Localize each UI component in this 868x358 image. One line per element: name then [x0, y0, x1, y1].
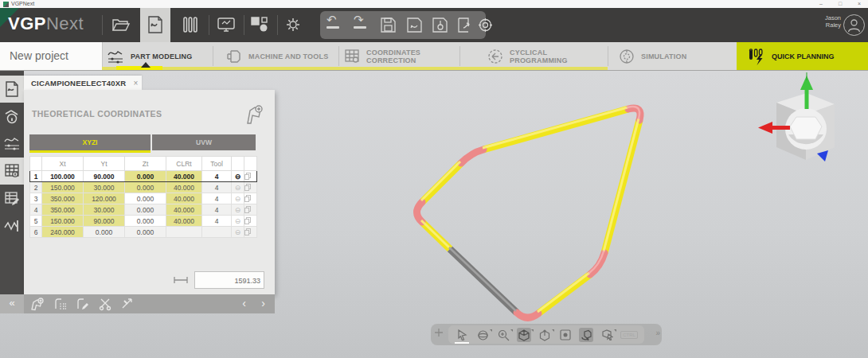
cell-y[interactable]: 0.000 [84, 227, 125, 238]
total-length-field[interactable] [194, 271, 264, 289]
remove-row-icon[interactable]: ⊖ [232, 227, 244, 238]
library-icon[interactable] [182, 16, 199, 33]
maximize-button[interactable]: □ [831, 0, 849, 8]
user-avatar[interactable] [843, 14, 865, 36]
add-part-icon[interactable] [30, 298, 44, 311]
tab-uvw[interactable]: UVW [152, 134, 256, 150]
tab-quick-planning[interactable]: QUICK PLANNING [737, 42, 868, 70]
redo-icon[interactable]: ↷ [354, 14, 366, 29]
minimize-button[interactable]: – [812, 0, 830, 8]
cell-tool[interactable]: 4 [202, 171, 232, 182]
settings-gear-icon[interactable] [283, 16, 303, 35]
total-length-input[interactable] [195, 273, 262, 289]
sidebar-item-coordinates-table[interactable] [0, 158, 24, 185]
axis-x-arrow[interactable] [771, 126, 790, 130]
table-row[interactable]: 1 100.000 90.000 0.000 40.000 4 ⊖ [30, 171, 257, 182]
part-edit-icon[interactable] [76, 298, 90, 311]
sidebar-item-wire-parameters[interactable] [0, 130, 24, 158]
cell-z[interactable]: 0.000 [125, 193, 166, 204]
save-icon[interactable] [381, 18, 396, 33]
cell-y[interactable]: 90.000 [84, 216, 125, 227]
cell-x[interactable]: 240.000 [42, 227, 84, 238]
cell-z[interactable]: 0.000 [125, 216, 166, 227]
cell-z[interactable]: 0.000 [125, 171, 166, 182]
cell-tool[interactable]: 4 [202, 182, 232, 193]
cell-z[interactable]: 0.000 [125, 182, 166, 193]
cell-y[interactable]: 30.000 [84, 204, 125, 216]
duplicate-row-icon[interactable] [244, 204, 257, 216]
part-list-icon[interactable] [54, 298, 68, 311]
cell-z[interactable]: 0.000 [125, 204, 166, 216]
pick-point-icon[interactable] [600, 328, 614, 342]
add-bend-icon[interactable] [244, 104, 264, 125]
rotate-part-icon[interactable] [579, 328, 593, 342]
remove-row-icon[interactable]: ⊖ [232, 171, 244, 182]
close-window-button[interactable]: × [850, 0, 868, 8]
cell-clr[interactable]: 40.000 [166, 171, 202, 182]
cell-clr[interactable]: 40.000 [166, 182, 202, 193]
sidebar-item-table-edit[interactable] [0, 185, 24, 212]
remove-row-icon[interactable]: ⊖ [232, 204, 244, 216]
project-name-block[interactable]: New project [0, 42, 103, 70]
axonometric-view-icon[interactable] [538, 328, 552, 342]
collapse-panel-button[interactable]: « [0, 294, 24, 313]
sidebar-item-wire-measure[interactable] [0, 212, 24, 239]
duplicate-row-icon[interactable] [244, 171, 257, 182]
cell-tool[interactable]: 4 [202, 204, 232, 216]
table-row[interactable]: 5 150.000 90.000 0.000 40.000 4 ⊖ [30, 216, 257, 227]
table-row[interactable]: 3 350.000 120.000 0.000 40.000 4 ⊖ [30, 193, 257, 204]
table-row[interactable]: 2 150.000 30.000 0.000 40.000 4 ⊖ [30, 182, 257, 193]
tab-machine-and-tools[interactable]: MACHINE AND TOOLS [226, 42, 328, 70]
undo-icon[interactable]: ↶ [326, 14, 339, 29]
cell-y[interactable]: 30.000 [84, 182, 125, 193]
active-tool-tab-part-file[interactable] [140, 8, 170, 42]
shapes-icon[interactable] [250, 16, 269, 33]
cell-z[interactable]: 0.000 [125, 227, 166, 238]
remove-row-icon[interactable]: ⊖ [232, 182, 244, 193]
save-as-icon[interactable] [432, 18, 448, 33]
save-part-icon[interactable] [407, 18, 422, 33]
trim-part-icon[interactable] [121, 298, 135, 311]
remove-row-icon[interactable]: ⊖ [232, 193, 244, 204]
cell-tool[interactable]: 4 [202, 193, 232, 204]
select-tool-icon[interactable] [455, 328, 469, 342]
duplicate-row-icon[interactable] [244, 216, 257, 227]
zoom-tool-icon[interactable] [496, 328, 510, 342]
tab-cyclical-programming[interactable]: CYCLICALPROGRAMMING [487, 42, 568, 70]
tab-xyzi[interactable]: XYZI [29, 134, 151, 150]
duplicate-row-icon[interactable] [244, 227, 257, 238]
remove-row-icon[interactable]: ⊖ [232, 216, 244, 227]
display-icon[interactable] [217, 16, 236, 33]
cut-part-icon[interactable] [99, 298, 112, 311]
sidebar-item-tube-info[interactable] [0, 103, 24, 130]
cell-tool[interactable] [202, 227, 232, 238]
cell-x[interactable]: 150.000 [42, 182, 84, 193]
cell-x[interactable]: 350.000 [42, 193, 84, 204]
cell-clr[interactable]: 40.000 [166, 193, 202, 204]
cell-clr[interactable]: 40.000 [166, 204, 202, 216]
tab-coordinates-correction[interactable]: COORDINATESCORRECTION [345, 42, 420, 70]
more-tools-button[interactable]: » [655, 329, 659, 337]
fit-view-icon[interactable] [558, 328, 573, 342]
table-row[interactable]: 4 350.000 30.000 0.000 40.000 4 ⊖ [30, 204, 257, 216]
tab-simulation[interactable]: SIMULATION [619, 42, 686, 70]
export-icon[interactable] [458, 18, 473, 33]
cell-x[interactable]: 100.000 [42, 171, 84, 182]
axis-y-arrow[interactable] [805, 88, 809, 109]
sidebar-item-part-file[interactable] [0, 76, 24, 103]
cell-x[interactable]: 350.000 [42, 204, 84, 216]
prev-step-button[interactable]: ‹ [242, 294, 246, 313]
close-part-icon[interactable]: × [133, 79, 138, 88]
cell-x[interactable]: 150.000 [42, 216, 84, 227]
sync-target-icon[interactable] [478, 18, 493, 33]
cell-clr[interactable]: 40.000 [166, 216, 202, 227]
duplicate-row-icon[interactable] [244, 193, 257, 204]
duplicate-row-icon[interactable] [244, 182, 257, 193]
part-document-tab[interactable]: CICAMPIONEELECT40XR × [24, 76, 142, 90]
next-step-button[interactable]: › [261, 294, 265, 313]
cell-y[interactable]: 120.000 [84, 193, 125, 204]
open-project-icon[interactable] [111, 16, 131, 33]
table-row[interactable]: 6 240.000 0.000 0.000 ⊖ [30, 227, 257, 238]
cell-tool[interactable]: 4 [202, 216, 232, 227]
cell-y[interactable]: 90.000 [84, 171, 125, 182]
